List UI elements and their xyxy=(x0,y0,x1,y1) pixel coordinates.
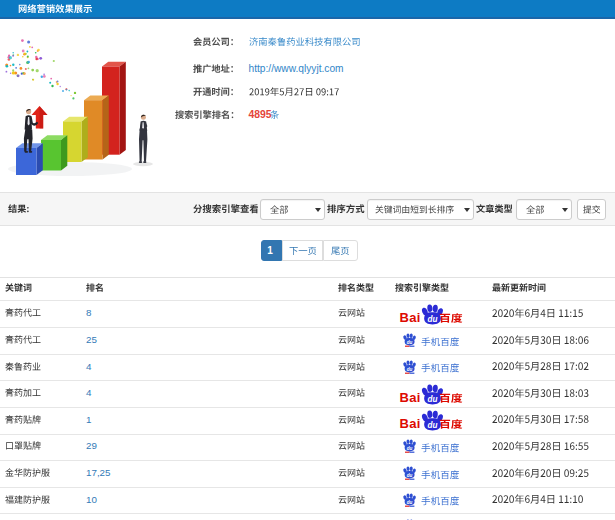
svg-text:du: du xyxy=(407,499,413,504)
svg-text:Bai: Bai xyxy=(400,389,421,404)
svg-text:du: du xyxy=(407,446,413,451)
svg-text:du: du xyxy=(407,340,413,345)
svg-text:du: du xyxy=(407,473,413,478)
svg-text:du: du xyxy=(428,421,438,430)
svg-text:du: du xyxy=(428,395,438,404)
svg-text:du: du xyxy=(407,366,413,371)
svg-text:Bai: Bai xyxy=(400,416,421,431)
svg-text:du: du xyxy=(428,315,438,324)
svg-text:Bai: Bai xyxy=(400,310,421,325)
